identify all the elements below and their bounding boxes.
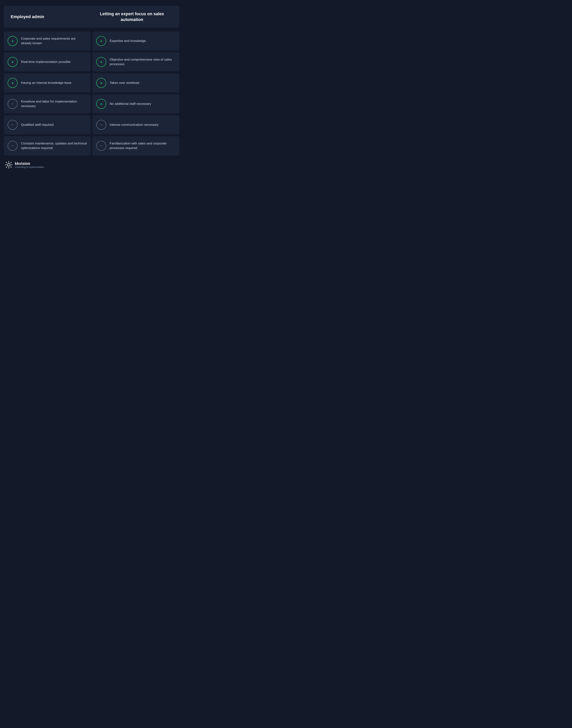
card-item: +Having an internal knowledge base bbox=[4, 73, 90, 92]
card-item: −Intense communication necessary bbox=[92, 115, 179, 134]
positive-icon: + bbox=[96, 99, 106, 109]
card-text: Real-time implementation possible bbox=[21, 60, 71, 64]
cards-grid: +Corporate and sales requirements are al… bbox=[4, 31, 179, 155]
card-text: Having an internal knowledge base bbox=[21, 81, 72, 85]
negative-icon: − bbox=[8, 141, 17, 151]
card-text: Knowhow and labor for implementation nec… bbox=[21, 99, 87, 109]
card-text: Objective and comprehensive view of sale… bbox=[110, 57, 175, 67]
card-text: Expertise and knowledge bbox=[110, 39, 146, 44]
negative-icon: − bbox=[8, 120, 17, 130]
card-text: No additional staff necessary bbox=[110, 101, 151, 106]
positive-icon: + bbox=[8, 36, 17, 46]
header-left-col: Employed admin bbox=[11, 11, 91, 22]
svg-line-7 bbox=[11, 162, 11, 163]
header-right-col: Letting an expert focus on sales automat… bbox=[91, 11, 172, 22]
card-item: −Knowhow and labor for implementation ne… bbox=[4, 94, 90, 113]
positive-icon: + bbox=[96, 78, 106, 88]
card-text: Qualified staff required bbox=[21, 123, 54, 127]
card-text: Corporate and sales requirements are alr… bbox=[21, 36, 87, 46]
card-item: −Familiarization with sales and corporat… bbox=[92, 136, 179, 155]
card-item: +Objective and comprehensive view of sal… bbox=[92, 53, 179, 72]
card-text: Familiarization with sales and corporate… bbox=[110, 141, 175, 151]
card-item: −Qualified staff required bbox=[4, 115, 90, 134]
card-text: Intense communication necessary bbox=[110, 123, 159, 127]
negative-icon: − bbox=[96, 120, 106, 130]
svg-line-8 bbox=[6, 167, 7, 167]
brand-logo-icon bbox=[5, 161, 13, 169]
brand-text-block: kkvision Consulting & Implementation bbox=[15, 161, 44, 168]
card-item: +Expertise and knowledge bbox=[92, 31, 179, 51]
header-right-title: Letting an expert focus on sales automat… bbox=[91, 11, 172, 22]
page-container: Employed admin Letting an expert focus o… bbox=[4, 6, 179, 169]
branding: kkvision Consulting & Implementation bbox=[4, 161, 179, 169]
card-item: +Takes over workload bbox=[92, 73, 179, 92]
svg-line-5 bbox=[6, 162, 7, 163]
card-item: +Real-time implementation possible bbox=[4, 53, 90, 72]
card-item: −Constant maintenance, updates and techn… bbox=[4, 136, 90, 155]
card-item: +No additional staff necessary bbox=[92, 94, 179, 113]
negative-icon: − bbox=[8, 99, 17, 109]
card-item: +Corporate and sales requirements are al… bbox=[4, 31, 90, 51]
card-text: Constant maintenance, updates and techni… bbox=[21, 141, 87, 151]
positive-icon: + bbox=[8, 78, 17, 88]
brand-name: kkvision bbox=[15, 161, 44, 166]
positive-icon: + bbox=[96, 36, 106, 46]
positive-icon: + bbox=[96, 57, 106, 67]
negative-icon: − bbox=[96, 141, 106, 151]
positive-icon: + bbox=[8, 57, 17, 67]
svg-point-0 bbox=[7, 164, 10, 166]
card-text: Takes over workload bbox=[110, 81, 139, 85]
brand-sub: Consulting & Implementation bbox=[15, 166, 44, 168]
header: Employed admin Letting an expert focus o… bbox=[4, 6, 179, 28]
header-left-title: Employed admin bbox=[11, 14, 44, 19]
svg-line-6 bbox=[11, 167, 11, 167]
